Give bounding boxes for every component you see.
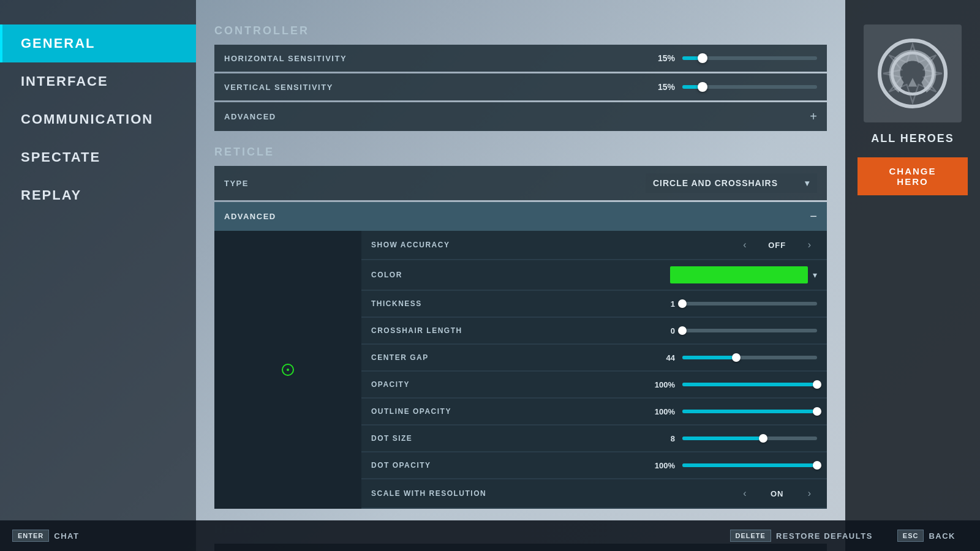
crosshair-dot xyxy=(287,369,289,371)
thickness-value: 1 xyxy=(650,299,675,309)
horizontal-sensitivity-thumb[interactable] xyxy=(698,53,707,63)
settings-rows-panel: SHOW ACCURACY ‹ OFF › COLOR ▾ xyxy=(361,231,827,509)
bottom-bar: ENTER CHAT DELETE RESTORE DEFAULTS ESC B… xyxy=(0,520,980,551)
vertical-sensitivity-track[interactable] xyxy=(682,85,817,89)
center-gap-slider[interactable] xyxy=(682,356,817,359)
center-gap-value: 44 xyxy=(650,353,675,362)
sidebar-item-replay[interactable]: REPLAY xyxy=(0,176,196,214)
controller-title: CONTROLLER xyxy=(214,24,827,37)
reticle-section: RETICLE TYPE CIRCLE AND CROSSHAIRS ▾ ADV… xyxy=(214,146,827,509)
dot-size-slider[interactable] xyxy=(682,437,817,440)
esc-key-badge: ESC xyxy=(897,530,924,542)
chevron-down-icon: ▾ xyxy=(805,178,810,188)
opacity-label: OPACITY xyxy=(371,380,650,389)
dot-opacity-row: DOT OPACITY 100% xyxy=(361,452,827,478)
dot-size-row: DOT SIZE 8 xyxy=(361,425,827,451)
scale-left-arrow-icon[interactable]: ‹ xyxy=(737,485,752,501)
dot-opacity-thumb[interactable] xyxy=(813,461,821,470)
advanced-content: SHOW ACCURACY ‹ OFF › COLOR ▾ xyxy=(214,231,827,509)
overwatch-logo-icon xyxy=(876,37,949,110)
dot-opacity-slider[interactable] xyxy=(682,463,817,467)
reticle-advanced-header[interactable]: ADVANCED − xyxy=(214,202,827,231)
horizontal-sensitivity-label: HORIZONTAL SENSITIVITY xyxy=(224,54,644,63)
crosshair-length-label: CROSSHAIR LENGTH xyxy=(371,326,650,335)
scale-right-arrow-icon[interactable]: › xyxy=(802,485,817,501)
hero-logo xyxy=(864,24,962,122)
controller-advanced-label: ADVANCED xyxy=(224,112,810,121)
sidebar-item-interface[interactable]: INTERFACE xyxy=(0,62,196,100)
reticle-type-value: CIRCLE AND CROSSHAIRS xyxy=(653,178,778,188)
crosshair-length-slider[interactable] xyxy=(682,329,817,332)
reticle-advanced-expanded: ADVANCED − SHOW ACCURACY xyxy=(214,202,827,509)
outline-opacity-slider[interactable] xyxy=(682,410,817,413)
sidebar-item-communication[interactable]: COMMUNICATION xyxy=(0,100,196,138)
outline-opacity-fill xyxy=(682,410,817,413)
sidebar-item-general[interactable]: GENERAL xyxy=(0,24,196,62)
scale-resolution-control: ‹ ON › xyxy=(737,485,817,501)
chat-bottom-item: ENTER CHAT xyxy=(12,530,79,542)
opacity-slider[interactable] xyxy=(682,383,817,386)
horizontal-sensitivity-track[interactable] xyxy=(682,56,817,60)
color-swatch xyxy=(670,266,808,283)
reticle-title: RETICLE xyxy=(214,146,827,159)
enter-key-badge: ENTER xyxy=(12,530,49,542)
dot-opacity-label: DOT OPACITY xyxy=(371,461,650,470)
horizontal-sensitivity-row: HORIZONTAL SENSITIVITY 15% xyxy=(214,45,827,72)
reticle-type-row: TYPE CIRCLE AND CROSSHAIRS ▾ xyxy=(214,166,827,200)
restore-defaults-label[interactable]: RESTORE DEFAULTS xyxy=(776,531,873,541)
color-dropdown-icon: ▾ xyxy=(813,270,817,280)
sidebar: GENERAL INTERFACE COMMUNICATION SPECTATE… xyxy=(0,0,196,551)
delete-key-badge: DELETE xyxy=(730,530,771,542)
dot-size-thumb[interactable] xyxy=(759,434,767,443)
color-label: COLOR xyxy=(371,271,670,279)
sidebar-item-label: COMMUNICATION xyxy=(21,111,153,127)
vertical-sensitivity-thumb[interactable] xyxy=(698,82,707,92)
restore-defaults-item: DELETE RESTORE DEFAULTS xyxy=(730,530,873,542)
sidebar-item-label: REPLAY xyxy=(21,187,81,203)
crosshair-display xyxy=(281,363,295,377)
dot-size-value: 8 xyxy=(650,434,675,443)
chat-label: CHAT xyxy=(54,531,79,541)
sidebar-item-label: SPECTATE xyxy=(21,149,100,165)
thickness-row: THICKNESS 1 xyxy=(361,291,827,317)
right-panel: ALL HEROES CHANGE HERO xyxy=(845,0,980,551)
horizontal-sensitivity-value: 15% xyxy=(644,53,675,63)
sidebar-item-label: INTERFACE xyxy=(21,73,108,89)
right-arrow-icon[interactable]: › xyxy=(802,237,817,253)
outline-opacity-label: OUTLINE OPACITY xyxy=(371,407,650,416)
center-gap-row: CENTER GAP 44 xyxy=(361,345,827,370)
color-swatch-container[interactable]: ▾ xyxy=(670,266,817,283)
vertical-sensitivity-label: VERTICAL SENSITIVITY xyxy=(224,83,644,92)
left-arrow-icon[interactable]: ‹ xyxy=(737,237,752,253)
vertical-sensitivity-value: 15% xyxy=(644,82,675,92)
sidebar-item-spectate[interactable]: SPECTATE xyxy=(0,138,196,176)
scale-resolution-row: SCALE WITH RESOLUTION ‹ ON › xyxy=(361,479,827,508)
back-label[interactable]: BACK xyxy=(929,531,956,541)
reticle-type-select[interactable]: CIRCLE AND CROSSHAIRS ▾ xyxy=(646,173,817,193)
opacity-thumb[interactable] xyxy=(813,380,821,389)
dot-size-fill xyxy=(682,437,763,440)
thickness-label: THICKNESS xyxy=(371,299,650,308)
dot-opacity-value: 100% xyxy=(650,461,675,470)
collapse-icon: − xyxy=(810,209,817,223)
all-heroes-label: ALL HEROES xyxy=(871,132,954,145)
thickness-slider[interactable] xyxy=(682,302,817,305)
opacity-row: OPACITY 100% xyxy=(361,372,827,397)
outline-opacity-row: OUTLINE OPACITY 100% xyxy=(361,399,827,424)
outline-opacity-thumb[interactable] xyxy=(813,407,821,416)
dot-size-label: DOT SIZE xyxy=(371,434,650,443)
main-content: CONTROLLER HORIZONTAL SENSITIVITY 15% VE… xyxy=(196,0,845,551)
scale-resolution-label: SCALE WITH RESOLUTION xyxy=(371,489,737,498)
reticle-type-label: TYPE xyxy=(224,179,646,188)
crosshair-length-thumb[interactable] xyxy=(678,326,687,335)
opacity-fill xyxy=(682,383,817,386)
controller-advanced-row[interactable]: ADVANCED + xyxy=(214,102,827,131)
vertical-sensitivity-row: VERTICAL SENSITIVITY 15% xyxy=(214,73,827,100)
change-hero-button[interactable]: CHANGE HERO xyxy=(858,157,968,195)
thickness-thumb[interactable] xyxy=(678,299,687,308)
reticle-advanced-label: ADVANCED xyxy=(224,212,810,221)
color-row: COLOR ▾ xyxy=(361,260,827,290)
center-gap-thumb[interactable] xyxy=(732,353,741,362)
dot-opacity-fill xyxy=(682,463,817,467)
show-accuracy-row: SHOW ACCURACY ‹ OFF › xyxy=(361,231,827,259)
